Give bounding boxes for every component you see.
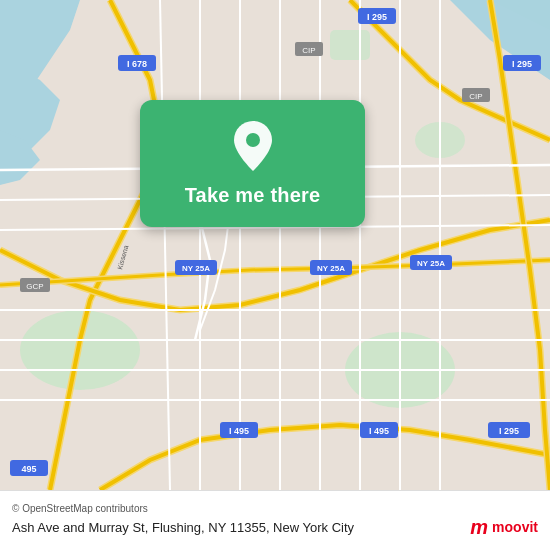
map-container: I 295 I 678 CIP CIP I 295 LI GCP NY 25A … [0, 0, 550, 490]
take-me-there-card[interactable]: Take me there [140, 100, 365, 227]
svg-text:I 295: I 295 [367, 12, 387, 22]
location-text: Ash Ave and Murray St, Flushing, NY 1135… [12, 520, 470, 535]
osm-credit: © OpenStreetMap contributors [12, 503, 538, 514]
svg-text:CIP: CIP [469, 92, 482, 101]
svg-rect-3 [330, 30, 370, 60]
take-me-there-label: Take me there [185, 184, 321, 207]
map-svg: I 295 I 678 CIP CIP I 295 LI GCP NY 25A … [0, 0, 550, 490]
location-pin-icon [225, 118, 281, 174]
svg-text:I 295: I 295 [499, 426, 519, 436]
location-line: Ash Ave and Murray St, Flushing, NY 1135… [12, 516, 538, 539]
svg-text:I 495: I 495 [229, 426, 249, 436]
svg-text:495: 495 [21, 464, 36, 474]
moovit-wordmark: moovit [492, 519, 538, 535]
moovit-logo: m moovit [470, 516, 538, 539]
moovit-m-letter: m [470, 516, 488, 539]
svg-text:NY 25A: NY 25A [182, 264, 210, 273]
svg-text:I 678: I 678 [127, 59, 147, 69]
svg-text:I 495: I 495 [369, 426, 389, 436]
svg-rect-0 [0, 0, 550, 490]
svg-text:CIP: CIP [302, 46, 315, 55]
bottom-bar: © OpenStreetMap contributors Ash Ave and… [0, 490, 550, 550]
svg-text:NY 25A: NY 25A [317, 264, 345, 273]
svg-text:GCP: GCP [26, 282, 43, 291]
svg-text:I 295: I 295 [512, 59, 532, 69]
svg-text:NY 25A: NY 25A [417, 259, 445, 268]
svg-point-50 [246, 133, 260, 147]
